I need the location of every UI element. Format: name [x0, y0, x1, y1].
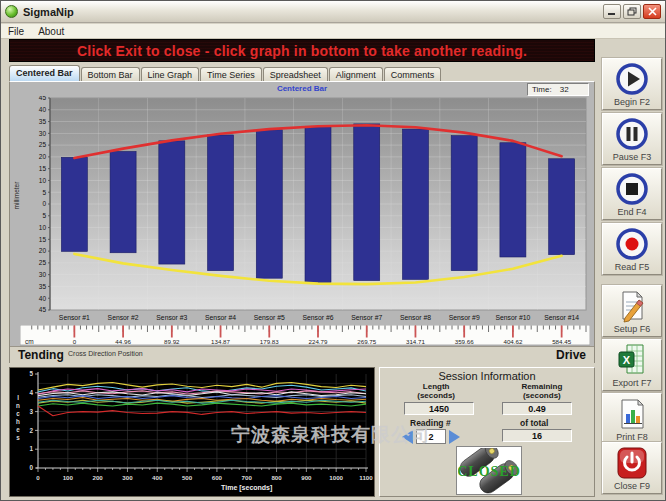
svg-text:800: 800 [271, 474, 282, 481]
svg-text:CLOSED: CLOSED [458, 464, 520, 479]
svg-text:5: 5 [29, 370, 33, 377]
svg-text:44.96: 44.96 [115, 338, 131, 345]
export-button[interactable]: X Export F7 [602, 339, 662, 391]
svg-text:Sensor #4: Sensor #4 [205, 314, 236, 321]
machine-side-row: Tending Cross Direction Position Drive [10, 346, 594, 364]
svg-text:15: 15 [39, 165, 47, 172]
cross-direction-label: Cross Direction Position [68, 350, 143, 357]
length-value: 1450 [404, 402, 474, 415]
svg-text:600: 600 [212, 474, 223, 481]
main-y-axis-label: millimeter [13, 176, 20, 216]
svg-text:20: 20 [39, 247, 47, 254]
cross-direction-ruler: 044.9689.92134.87179.83224.79269.75314.7… [20, 325, 590, 347]
svg-text:5: 5 [42, 189, 46, 196]
tab-bottom-bar[interactable]: Bottom Bar [81, 67, 140, 81]
svg-text:15: 15 [39, 236, 47, 243]
svg-text:314.71: 314.71 [406, 338, 425, 345]
svg-text:Sensor #10: Sensor #10 [496, 314, 531, 321]
svg-text:Time [seconds]: Time [seconds] [221, 484, 272, 492]
nip-closed-image: CLOSED [456, 446, 522, 495]
svg-text:40: 40 [39, 106, 47, 113]
svg-text:700: 700 [242, 474, 253, 481]
svg-text:X: X [623, 354, 631, 366]
svg-text:10: 10 [39, 177, 47, 184]
play-icon [615, 61, 649, 97]
svg-text:224.79: 224.79 [309, 338, 328, 345]
session-title: Session Information [380, 370, 594, 382]
svg-text:400: 400 [152, 474, 163, 481]
tending-side-label: Tending [18, 348, 64, 362]
svg-text:45: 45 [39, 96, 47, 101]
svg-text:n: n [16, 402, 20, 409]
watermark-text: 宁波森泉科技有限公司 [231, 422, 431, 448]
tab-spreadsheet[interactable]: Spreadsheet [263, 67, 328, 81]
svg-text:20: 20 [39, 153, 47, 160]
menu-about[interactable]: About [31, 26, 71, 37]
svg-text:45: 45 [39, 306, 47, 313]
exit-banner-text: Click Exit to close - click graph in bot… [77, 43, 527, 59]
svg-text:40: 40 [39, 295, 47, 302]
svg-text:0: 0 [36, 474, 40, 481]
svg-text:s: s [16, 434, 20, 441]
tab-comments[interactable]: Comments [384, 67, 442, 81]
centered-bar-chart[interactable]: 45403530252015105051015202530354045Senso… [20, 96, 590, 324]
begin-button[interactable]: Begin F2 [602, 58, 662, 110]
svg-text:89.92: 89.92 [164, 338, 180, 345]
centered-bar-panel: Centered Bar Time: 32 millimeter 4540353… [9, 81, 595, 363]
svg-text:1000: 1000 [329, 474, 343, 481]
rollers-icon: CLOSED [458, 448, 520, 494]
svg-text:Sensor #5: Sensor #5 [254, 314, 285, 321]
svg-text:300: 300 [122, 474, 133, 481]
close-button[interactable]: Close F9 [602, 442, 662, 494]
end-button[interactable]: End F4 [602, 168, 662, 220]
svg-text:359.66: 359.66 [455, 338, 474, 345]
tab-line-graph[interactable]: Line Graph [141, 67, 200, 81]
setup-document-icon [615, 288, 649, 324]
print-chart-icon [615, 396, 649, 432]
close-window-button[interactable] [643, 4, 661, 19]
print-button[interactable]: Print F8 [602, 393, 662, 445]
svg-text:c: c [16, 410, 20, 417]
total-readings-value: 16 [502, 429, 572, 442]
exit-banner: Click Exit to close - click graph in bot… [9, 39, 595, 62]
restore-button[interactable] [623, 4, 641, 19]
svg-text:Sensor #14: Sensor #14 [544, 314, 579, 321]
pause-icon [615, 116, 649, 152]
svg-text:584.45: 584.45 [552, 338, 571, 345]
svg-text:100: 100 [63, 474, 74, 481]
svg-text:500: 500 [182, 474, 193, 481]
svg-text:10: 10 [39, 224, 47, 231]
svg-text:Sensor #7: Sensor #7 [351, 314, 382, 321]
tab-centered-bar[interactable]: Centered Bar [9, 65, 80, 81]
svg-text:e: e [16, 426, 20, 433]
tab-alignment[interactable]: Alignment [329, 67, 383, 81]
tab-time-series[interactable]: Time Series [200, 67, 262, 81]
svg-text:I: I [17, 394, 19, 401]
next-reading-button[interactable] [449, 430, 460, 444]
menu-bar: File About [1, 24, 665, 39]
svg-text:Sensor #9: Sensor #9 [449, 314, 480, 321]
svg-text:0: 0 [29, 464, 33, 471]
menu-file[interactable]: File [1, 26, 31, 37]
svg-text:179.83: 179.83 [260, 338, 279, 345]
svg-text:25: 25 [39, 141, 47, 148]
svg-text:3: 3 [29, 408, 33, 415]
svg-text:269.75: 269.75 [357, 338, 376, 345]
read-button[interactable]: Read F5 [602, 223, 662, 275]
minimize-button[interactable] [603, 4, 621, 19]
title-bar[interactable]: SigmaNip [1, 1, 665, 23]
time-label: Time: [532, 85, 552, 94]
svg-text:cm: cm [25, 338, 34, 345]
time-readout: Time: 32 [527, 83, 589, 96]
setup-button[interactable]: Setup F6 [602, 285, 662, 337]
svg-text:200: 200 [92, 474, 103, 481]
svg-text:900: 900 [301, 474, 312, 481]
pause-button[interactable]: Pause F3 [602, 113, 662, 165]
svg-text:404.62: 404.62 [503, 338, 522, 345]
svg-text:35: 35 [39, 118, 47, 125]
svg-text:h: h [16, 418, 20, 425]
length-label: Length(seconds) [388, 383, 484, 400]
svg-text:25: 25 [39, 259, 47, 266]
svg-text:1: 1 [29, 445, 33, 452]
svg-text:35: 35 [39, 283, 47, 290]
